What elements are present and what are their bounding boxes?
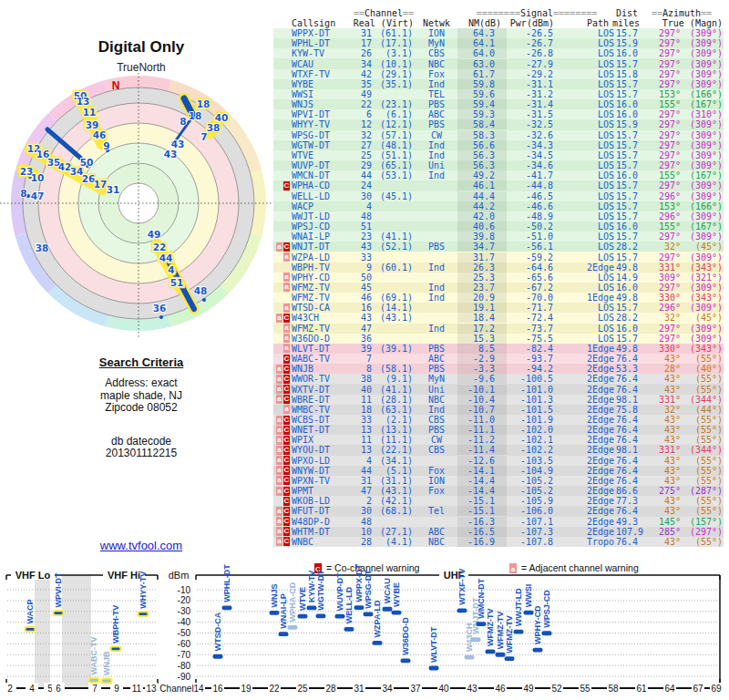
channel-tick-label: 7 bbox=[92, 684, 98, 694]
callsign-cell: WBPH-TV bbox=[292, 262, 352, 273]
nm-db-cell: 59.6 bbox=[457, 89, 507, 99]
azimuth-magn-cell: (309°) bbox=[682, 211, 724, 221]
signal-bar bbox=[373, 641, 383, 645]
tvfool-link[interactable]: www.tvfool.com bbox=[0, 539, 282, 552]
warning-markers: aC bbox=[273, 476, 292, 485]
nm-db-cell: 20.9 bbox=[457, 293, 507, 303]
real-channel-cell: 44 bbox=[352, 170, 372, 180]
station-callsign-label: WBPH-TV bbox=[111, 605, 120, 643]
warning-markers: aC bbox=[273, 517, 292, 526]
station-callsign-label: WUVP-DT bbox=[335, 572, 344, 611]
pwr-dbm-cell: -59.2 bbox=[507, 252, 554, 262]
dist-miles-cell: 15.7 bbox=[616, 191, 640, 201]
virtual-channel-cell: (42.1) bbox=[372, 496, 416, 506]
dist-miles-cell: 49.8 bbox=[616, 262, 640, 273]
path-cell: LOS bbox=[554, 89, 616, 99]
station-callsign-label: WCAU bbox=[383, 578, 392, 603]
path-cell: 1Edge bbox=[554, 293, 616, 303]
path-cell: 2Edge bbox=[554, 527, 616, 537]
path-cell: LOS bbox=[554, 242, 616, 252]
channel-header: ==Channel== bbox=[352, 8, 416, 18]
azimuth-true-cell: 43° bbox=[640, 496, 682, 506]
azimuth-magn-cell: (309°) bbox=[682, 324, 724, 334]
co-channel-warning-icon: C bbox=[283, 355, 290, 364]
pwr-dbm-cell: -64.6 bbox=[507, 262, 554, 273]
channel-label: 10 bbox=[31, 172, 45, 183]
azimuth-magn-cell: (309°) bbox=[682, 252, 724, 262]
signal-bar bbox=[471, 637, 481, 642]
path-cell: LOS bbox=[554, 232, 616, 242]
co-channel-warning-icon: C bbox=[283, 466, 290, 475]
station-callsign-label: WTSD-CA bbox=[213, 612, 222, 651]
pwr-dbm-cell: -104.9 bbox=[507, 466, 554, 476]
channel-label: 43 bbox=[164, 149, 178, 160]
table-row: aCWNJT-DT43(52.1)PBS34.7-56.1LOS28.232°(… bbox=[273, 242, 724, 252]
co-channel-warning-icon: C bbox=[283, 446, 290, 455]
path-cell: LOS bbox=[554, 38, 616, 48]
callsign-cell: WCBS-DT bbox=[292, 415, 352, 425]
path-cell: LOS bbox=[554, 201, 616, 211]
search-address-mode: Address: exact bbox=[0, 376, 282, 389]
network-cell: ION bbox=[416, 28, 457, 38]
azimuth-true-cell: 296° bbox=[640, 211, 682, 221]
channel-label: 49 bbox=[148, 229, 161, 240]
co-channel-legend-text: = Co-channel warning bbox=[326, 562, 420, 573]
dbm-tick-label: -30 bbox=[178, 606, 191, 616]
table-row: aW36DO-D3615.3-75.5LOS15.7297°(309°) bbox=[273, 334, 724, 344]
real-channel-cell: 48 bbox=[352, 517, 372, 527]
channel-axis-label: Channel bbox=[159, 684, 193, 694]
signal-bar bbox=[524, 611, 534, 615]
station-callsign-label: WPSJ-CD bbox=[542, 590, 551, 628]
callsign-cell: WNJS bbox=[292, 99, 352, 109]
real-channel-cell: 39 bbox=[352, 344, 372, 354]
nm-db-cell: -15.1 bbox=[457, 506, 507, 516]
path-cell: 2Edge bbox=[554, 476, 616, 486]
channel-tick-label: 9 bbox=[114, 684, 119, 694]
table-row: WELL-LD30(45.1)44.4-46.5LOS15.7296°(309°… bbox=[273, 191, 724, 201]
pwr-dbm-cell: -26.7 bbox=[507, 38, 554, 48]
station-callsign-label: W36DO-D bbox=[401, 617, 410, 655]
table-row: WPHL-DT17(17.1)MyN64.1-26.7LOS15.9297°(3… bbox=[273, 38, 724, 48]
channel-tick-label: 46 bbox=[495, 684, 506, 694]
dist-miles-cell: 28.2 bbox=[616, 313, 640, 323]
real-channel-cell: 51 bbox=[352, 221, 372, 232]
table-row: CWPHA-CD2446.1-44.8LOS15.7297°(309°) bbox=[273, 180, 724, 190]
azimuth-magn-cell: (343°) bbox=[682, 293, 724, 303]
dist-miles-cell: 98.1 bbox=[616, 445, 640, 455]
co-channel-warning-icon: C bbox=[283, 416, 290, 425]
nm-db-cell: -10.7 bbox=[457, 405, 507, 415]
path-cell: LOS bbox=[554, 59, 616, 69]
table-row: WWJT-LD4842.0-48.9LOS15.7296°(309°) bbox=[273, 211, 724, 221]
pwr-dbm-cell: -31.4 bbox=[507, 99, 554, 109]
dist-miles-cell: 15.7 bbox=[616, 59, 640, 69]
nm-db-cell: 59.4 bbox=[457, 99, 507, 109]
azimuth-magn-cell: (309°) bbox=[682, 119, 724, 129]
signal-bar bbox=[288, 625, 298, 630]
nm-db-cell: 56.3 bbox=[457, 150, 507, 160]
nm-db-cell: 19.1 bbox=[457, 303, 507, 313]
nm-db-cell: -14.4 bbox=[457, 476, 507, 486]
station-callsign-label: WFMZ-TV bbox=[505, 615, 514, 653]
channel-label: 9 bbox=[103, 140, 109, 151]
callsign-cell: WPHA-CD bbox=[292, 180, 352, 190]
table-row: WPSJ-CD5140.6-50.2LOS16.0155°(167°) bbox=[273, 221, 724, 232]
path-cell: LOS bbox=[554, 119, 616, 129]
callsign-cell: WYOU-DT bbox=[292, 445, 352, 455]
pwr-dbm-cell: -26.8 bbox=[507, 48, 554, 58]
signal-bar bbox=[457, 608, 467, 612]
dist-miles-cell: 98.1 bbox=[616, 395, 640, 405]
azimuth-magn-cell: (55°) bbox=[682, 415, 724, 425]
station-callsign-label: KYW-TV bbox=[307, 571, 316, 602]
warning-markers: aC bbox=[273, 385, 292, 394]
adjacent-channel-warning-icon: a bbox=[283, 252, 290, 262]
dist-miles-cell: 15.7 bbox=[616, 180, 640, 190]
dist-miles-cell: 15.7 bbox=[616, 89, 640, 99]
azimuth-magn-cell: (309°) bbox=[682, 232, 724, 242]
dist-miles-cell: 15.7 bbox=[616, 232, 640, 242]
real-channel-cell: 31 bbox=[352, 476, 372, 486]
azimuth-magn-cell: (45°) bbox=[682, 242, 724, 252]
azimuth-true-cell: 297° bbox=[640, 140, 682, 150]
nm-db-cell: 56.3 bbox=[457, 160, 507, 170]
azimuth-magn-cell: (309°) bbox=[682, 150, 724, 160]
azimuth-true-cell: 43° bbox=[640, 374, 682, 384]
